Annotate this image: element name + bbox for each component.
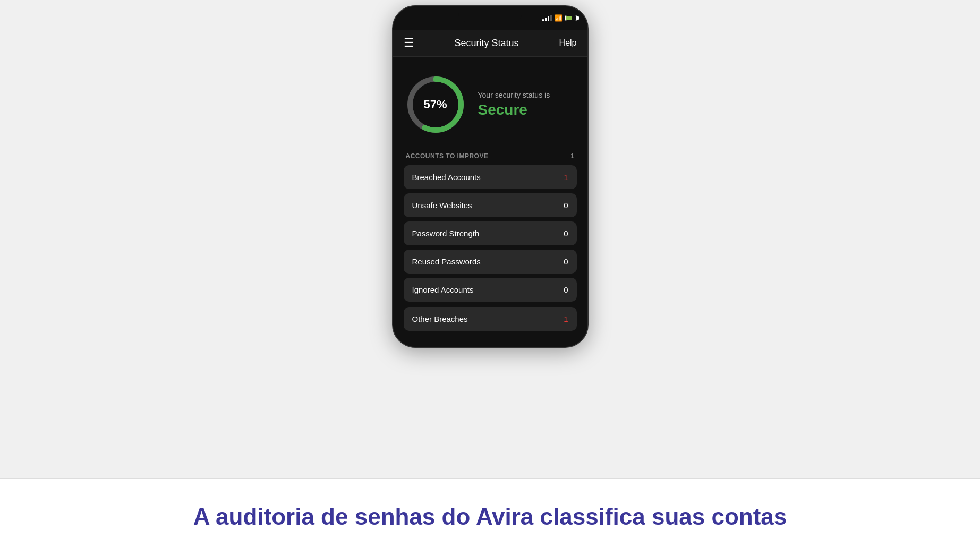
security-gauge-area: 57% Your security status is Secure: [404, 73, 577, 136]
ignored-accounts-item[interactable]: Ignored Accounts 0: [404, 278, 577, 302]
list-items-group2: Other Breaches 1: [404, 307, 577, 331]
donut-percent-label: 57%: [423, 98, 447, 112]
password-strength-count: 0: [564, 229, 568, 238]
wifi-icon: 📶: [555, 14, 563, 22]
security-text-area: Your security status is Secure: [478, 91, 550, 118]
signal-bars-icon: [542, 15, 552, 21]
ignored-accounts-label: Ignored Accounts: [412, 285, 474, 294]
status-bar: 📶: [393, 6, 587, 30]
help-button[interactable]: Help: [559, 38, 577, 48]
signal-bar-4: [550, 15, 552, 21]
app-content: 57% Your security status is Secure ACCOU…: [393, 57, 587, 347]
signal-bar-2: [545, 18, 547, 21]
page-wrapper: 📶 ☰ Security Status Help: [0, 0, 980, 555]
other-breaches-label: Other Breaches: [412, 314, 468, 323]
accounts-section-text: ACCOUNTS TO IMPROVE: [406, 152, 489, 160]
reused-passwords-item[interactable]: Reused Passwords 0: [404, 250, 577, 274]
unsafe-websites-count: 0: [564, 201, 568, 210]
accounts-section-count: 1: [570, 152, 574, 160]
security-status-intro: Your security status is: [478, 91, 550, 99]
other-breaches-item[interactable]: Other Breaches 1: [404, 307, 577, 331]
list-gap: [404, 302, 577, 307]
signal-bar-1: [542, 19, 544, 21]
password-strength-item[interactable]: Password Strength 0: [404, 221, 577, 245]
list-items-group1: Breached Accounts 1 Unsafe Websites 0 Pa…: [404, 165, 577, 302]
breached-accounts-count: 1: [564, 173, 568, 182]
app-header: ☰ Security Status Help: [393, 30, 587, 57]
notch: [458, 6, 522, 22]
header-title: Security Status: [455, 38, 519, 49]
battery-icon: [565, 15, 577, 21]
reused-passwords-label: Reused Passwords: [412, 257, 481, 266]
status-icons: 📶: [542, 14, 577, 22]
bottom-bar: A auditoria de senhas do Avira classific…: [0, 478, 980, 555]
reused-passwords-count: 0: [564, 257, 568, 266]
ignored-accounts-count: 0: [564, 285, 568, 294]
unsafe-websites-label: Unsafe Websites: [412, 201, 472, 210]
password-strength-label: Password Strength: [412, 229, 480, 238]
donut-chart: 57%: [404, 73, 467, 136]
breached-accounts-label: Breached Accounts: [412, 173, 481, 182]
unsafe-websites-item[interactable]: Unsafe Websites 0: [404, 193, 577, 217]
menu-icon[interactable]: ☰: [404, 36, 414, 50]
phone-frame: 📶 ☰ Security Status Help: [392, 5, 589, 348]
other-breaches-count: 1: [564, 314, 568, 323]
bottom-subtitle: A auditoria de senhas do Avira classific…: [193, 503, 787, 531]
security-status-value: Secure: [478, 101, 550, 118]
accounts-section-label: ACCOUNTS TO IMPROVE 1: [404, 152, 577, 160]
battery-fill: [566, 16, 572, 20]
breached-accounts-item[interactable]: Breached Accounts 1: [404, 165, 577, 189]
signal-bar-3: [548, 16, 549, 21]
